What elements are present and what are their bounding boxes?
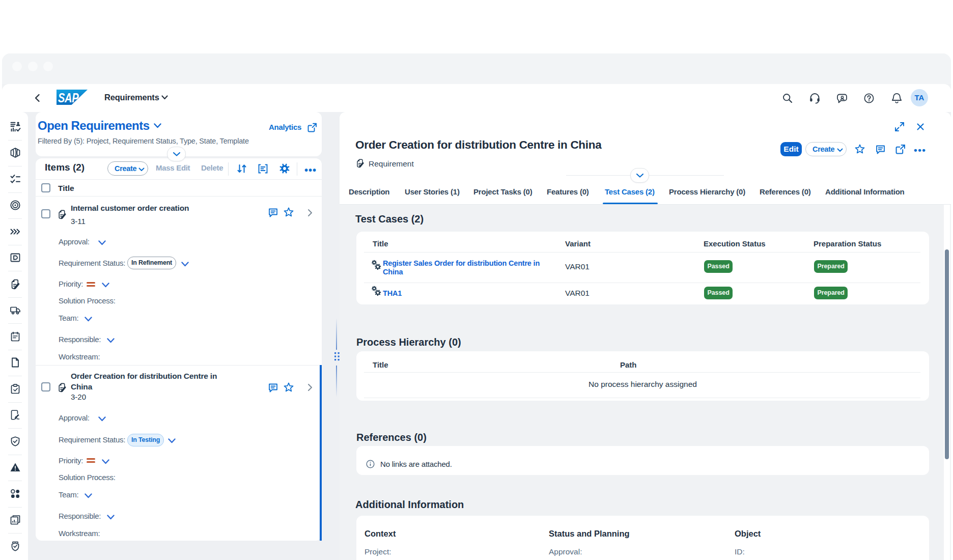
svg-text:SAP: SAP: [58, 90, 79, 105]
